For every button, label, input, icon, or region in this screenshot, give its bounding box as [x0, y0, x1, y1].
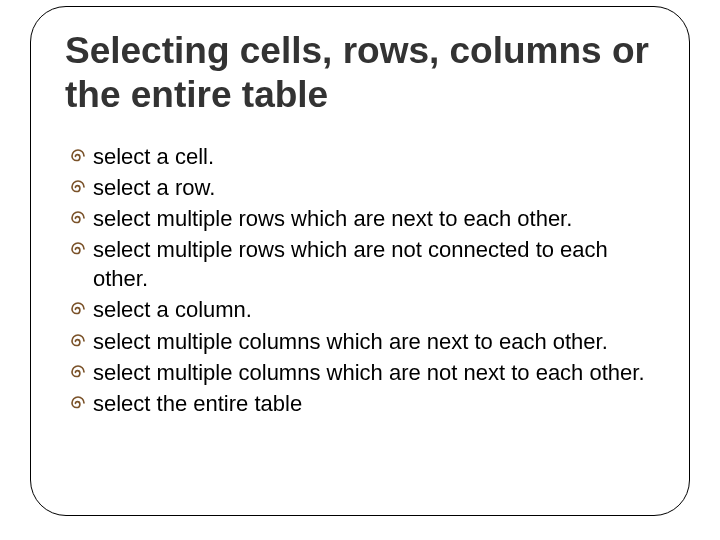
swirl-bullet-icon	[69, 363, 87, 381]
swirl-bullet-icon	[69, 209, 87, 227]
list-item: select multiple rows which are next to e…	[71, 204, 655, 233]
list-item: select the entire table	[71, 389, 655, 418]
list-item: select multiple columns which are next t…	[71, 327, 655, 356]
list-item-text: select a row.	[93, 175, 215, 200]
bullet-list: select a cell. select a row. select mult…	[65, 142, 655, 417]
list-item-text: select the entire table	[93, 391, 302, 416]
list-item-text: select a cell.	[93, 144, 214, 169]
list-item: select a cell.	[71, 142, 655, 171]
slide-frame: Selecting cells, rows, columns or the en…	[30, 6, 690, 516]
swirl-bullet-icon	[69, 332, 87, 350]
slide-title: Selecting cells, rows, columns or the en…	[65, 29, 655, 116]
swirl-bullet-icon	[69, 394, 87, 412]
list-item: select multiple rows which are not conne…	[71, 235, 655, 293]
swirl-bullet-icon	[69, 240, 87, 258]
slide: Selecting cells, rows, columns or the en…	[0, 0, 720, 540]
list-item: select multiple columns which are not ne…	[71, 358, 655, 387]
swirl-bullet-icon	[69, 178, 87, 196]
list-item: select a column.	[71, 295, 655, 324]
swirl-bullet-icon	[69, 300, 87, 318]
list-item: select a row.	[71, 173, 655, 202]
swirl-bullet-icon	[69, 147, 87, 165]
list-item-text: select multiple columns which are not ne…	[93, 360, 645, 385]
list-item-text: select a column.	[93, 297, 252, 322]
list-item-text: select multiple rows which are not conne…	[93, 237, 608, 291]
list-item-text: select multiple rows which are next to e…	[93, 206, 572, 231]
list-item-text: select multiple columns which are next t…	[93, 329, 608, 354]
